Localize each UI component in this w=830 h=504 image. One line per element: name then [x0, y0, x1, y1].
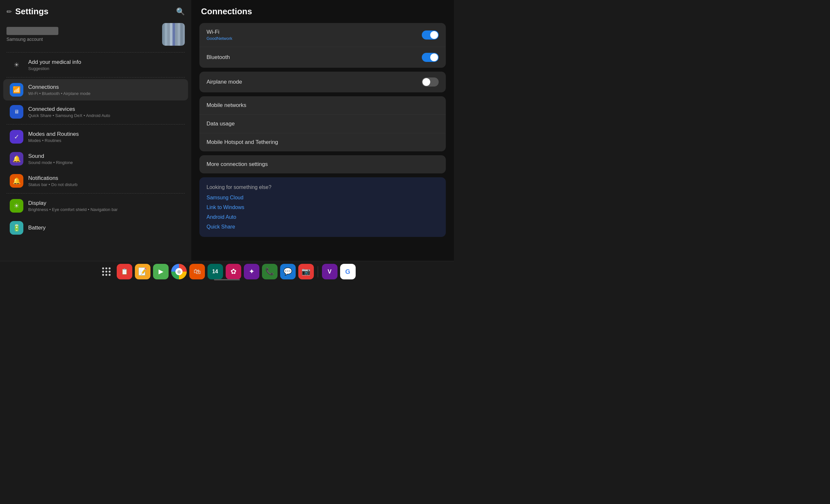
- wifi-network-name: GoodNetwork: [206, 36, 422, 41]
- display-text: Display Brightness • Eye comfort shield …: [28, 200, 182, 212]
- more-settings-card: More connection settings: [199, 155, 446, 173]
- airplane-text: Airplane mode: [206, 79, 422, 85]
- bluetooth-toggle-knob: [430, 54, 438, 61]
- bluetooth-item[interactable]: Bluetooth: [199, 47, 446, 68]
- hotspot-item[interactable]: Mobile Hotspot and Tethering: [199, 133, 446, 152]
- sidebar-item-display[interactable]: ☀ Display Brightness • Eye comfort shiel…: [3, 195, 188, 216]
- suggestion-subtitle: Suggestion: [28, 66, 182, 71]
- flower-app-icon[interactable]: ✿: [226, 264, 241, 279]
- camera-icon-glyph: 📷: [301, 267, 310, 276]
- samsung-cloud-link[interactable]: Samsung Cloud: [206, 195, 439, 201]
- wifi-toggle[interactable]: [422, 30, 439, 39]
- airplane-label: Airplane mode: [206, 79, 422, 85]
- display-subtitle: Brightness • Eye comfort shield • Naviga…: [28, 207, 182, 212]
- mobile-networks-item[interactable]: Mobile networks: [199, 96, 446, 115]
- google-icon-glyph: G: [345, 268, 350, 275]
- sidebar-item-sound[interactable]: 🔔 Sound Sound mode • Ringtone: [3, 148, 188, 169]
- settings-title: Settings: [15, 6, 49, 16]
- messages-app-icon[interactable]: 💬: [280, 264, 296, 279]
- notifications-subtitle: Status bar • Do not disturb: [28, 182, 182, 187]
- connections-subtitle: Wi-Fi • Bluetooth • Airplane mode: [28, 91, 182, 96]
- calendar-app-icon[interactable]: 14: [208, 264, 223, 279]
- account-label: Samsung account: [6, 37, 157, 42]
- camera-app-icon[interactable]: 📷: [298, 264, 314, 279]
- sidebar-item-notifications[interactable]: 🔔 Notifications Status bar • Do not dist…: [3, 170, 188, 192]
- avatar-image: [162, 23, 185, 46]
- phone-icon-glyph: 📞: [265, 267, 274, 276]
- sidebar-item-connected-devices[interactable]: 🖥 Connected devices Quick Share • Samsun…: [3, 101, 188, 123]
- looking-for-title: Looking for something else?: [206, 184, 439, 190]
- more-settings-item[interactable]: More connection settings: [199, 155, 446, 173]
- google-app-icon[interactable]: G: [340, 264, 356, 279]
- v-icon-glyph: V: [327, 268, 331, 275]
- battery-text: Battery: [28, 225, 182, 231]
- edit-icon: ✏: [6, 8, 12, 15]
- data-usage-item[interactable]: Data usage: [199, 115, 446, 133]
- connections-title: Connections: [28, 84, 182, 91]
- right-panel: Connections Wi-Fi GoodNetwork Bluetooth …: [191, 0, 454, 282]
- wifi-label: Wi-Fi: [206, 29, 422, 35]
- tasks-icon-glyph: 📋: [121, 268, 128, 275]
- divider-3: [6, 124, 185, 125]
- octo-app-icon[interactable]: ✦: [244, 264, 259, 279]
- sound-subtitle: Sound mode • Ringtone: [28, 160, 182, 165]
- shopping-app-icon[interactable]: 🛍: [189, 264, 205, 279]
- airplane-toggle[interactable]: [422, 77, 439, 87]
- sidebar-item-connections[interactable]: 📶 Connections Wi-Fi • Bluetooth • Airpla…: [3, 79, 188, 100]
- display-icon: ☀: [10, 199, 23, 213]
- account-section[interactable]: Samsung account: [0, 20, 191, 51]
- connected-devices-title: Connected devices: [28, 106, 182, 112]
- quick-share-link[interactable]: Quick Share: [206, 224, 439, 230]
- mobile-networks-label: Mobile networks: [206, 102, 439, 109]
- chrome-icon-glyph: ◎: [175, 268, 183, 275]
- link-to-windows-link[interactable]: Link to Windows: [206, 204, 439, 210]
- battery-icon: 🔋: [10, 221, 23, 235]
- divider-1: [6, 52, 185, 53]
- account-name-bar: [6, 27, 58, 35]
- data-usage-label: Data usage: [206, 121, 439, 127]
- more-settings-label: More connection settings: [206, 161, 439, 168]
- connections-text: Connections Wi-Fi • Bluetooth • Airplane…: [28, 84, 182, 96]
- left-panel: ✏ Settings 🔍 Samsung account ☀ Add your …: [0, 0, 191, 282]
- v-app-icon[interactable]: V: [322, 264, 338, 279]
- sound-text: Sound Sound mode • Ringtone: [28, 153, 182, 165]
- battery-title: Battery: [28, 225, 182, 231]
- play-store-icon[interactable]: ▶: [153, 264, 168, 279]
- avatar: [162, 23, 185, 46]
- wifi-icon: 📶: [10, 83, 23, 97]
- modes-text: Modes and Routines Modes • Routines: [28, 131, 182, 143]
- app-drawer-grid-icon: [99, 264, 114, 279]
- suggestion-title: Add your medical info: [28, 59, 182, 65]
- divider-2: [6, 77, 185, 77]
- sun-icon: ☀: [10, 58, 23, 72]
- sidebar-item-battery[interactable]: 🔋 Battery: [3, 217, 188, 239]
- notifications-icon: 🔔: [10, 174, 23, 188]
- octo-icon-glyph: ✦: [249, 267, 255, 276]
- tasks-app-icon[interactable]: 📋: [117, 264, 132, 279]
- flower-icon-glyph: ✿: [230, 267, 236, 276]
- wifi-item[interactable]: Wi-Fi GoodNetwork: [199, 23, 446, 47]
- network-settings-card: Mobile networks Data usage Mobile Hotspo…: [199, 96, 446, 152]
- search-icon[interactable]: 🔍: [176, 7, 185, 16]
- app-drawer-button[interactable]: [99, 264, 114, 279]
- messages-icon-glyph: 💬: [283, 267, 292, 276]
- header-left: ✏ Settings: [6, 6, 49, 16]
- airplane-item[interactable]: Airplane mode: [199, 72, 446, 92]
- play-icon-glyph: ▶: [159, 268, 163, 275]
- modes-subtitle: Modes • Routines: [28, 138, 182, 143]
- notes-app-icon[interactable]: 📝: [135, 264, 151, 279]
- wifi-toggle-knob: [430, 31, 438, 39]
- sidebar-item-modes[interactable]: ✓ Modes and Routines Modes • Routines: [3, 126, 188, 147]
- bottom-handle: [214, 279, 240, 280]
- connected-devices-text: Connected devices Quick Share • Samsung …: [28, 106, 182, 118]
- suggestion-item[interactable]: ☀ Add your medical info Suggestion: [3, 54, 188, 75]
- connections-panel-title: Connections: [199, 6, 446, 16]
- display-title: Display: [28, 200, 182, 206]
- airplane-card: Airplane mode: [199, 72, 446, 92]
- notifications-title: Notifications: [28, 175, 182, 181]
- android-auto-link[interactable]: Android Auto: [206, 214, 439, 220]
- divider-4: [6, 193, 185, 194]
- bluetooth-toggle[interactable]: [422, 53, 439, 62]
- chrome-icon[interactable]: ◎: [171, 264, 187, 279]
- phone-app-icon[interactable]: 📞: [262, 264, 278, 279]
